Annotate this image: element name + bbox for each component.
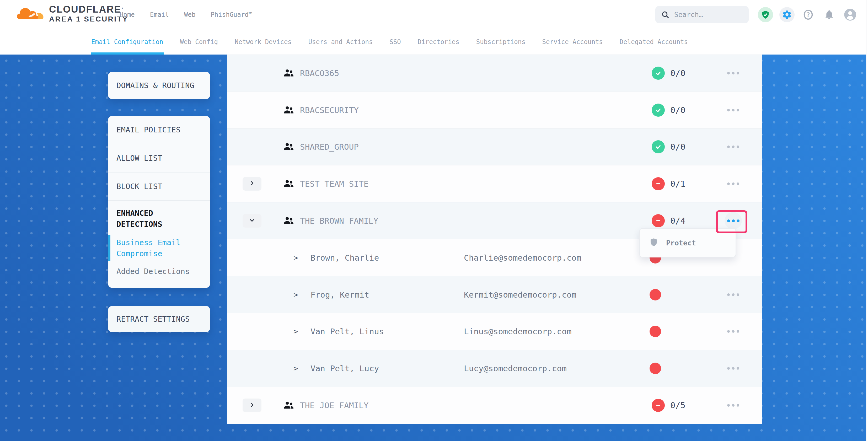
- tab-web-config[interactable]: Web Config: [180, 29, 218, 55]
- brand-subtitle: AREA 1 SECURITY: [49, 15, 128, 24]
- table-row-van-pelt-lucy: >Van Pelt, LucyLucy@somedemocorp.com: [227, 350, 762, 387]
- tab-email-configuration[interactable]: Email Configuration: [91, 29, 163, 55]
- sidebar-item-enhanced-detections[interactable]: ENHANCED DETECTIONS: [117, 208, 202, 230]
- status-red-dot: [650, 289, 661, 301]
- member-email: Charlie@somedemocorp.com: [464, 253, 581, 262]
- table-row-rbacsecurity: RBACSECURITY0/0: [227, 92, 762, 128]
- protected-count: 0/0: [670, 68, 685, 78]
- menu-item-protect[interactable]: Protect: [666, 239, 696, 247]
- member-name: Brown, Charlie: [310, 253, 379, 262]
- chevron-down-icon: [249, 217, 255, 224]
- sidebar-label: RETRACT SETTINGS: [117, 315, 190, 323]
- sidebar-item-business-email-compromise[interactable]: Business Email Compromise: [117, 237, 202, 259]
- member-name: Frog, Kermit: [310, 290, 369, 300]
- sidebar-item-added-detections[interactable]: Added Detections: [117, 266, 202, 277]
- row-menu-button[interactable]: [727, 183, 739, 185]
- group-name: RBACSECURITY: [300, 105, 359, 115]
- sidebar-item-allow-list[interactable]: ALLOW LIST: [108, 144, 210, 172]
- status-check-badge: [652, 103, 665, 117]
- groups-table: RBACO3650/0RBACSECURITY0/0SHARED_GROUP0/…: [227, 55, 762, 424]
- scrollbar-track[interactable]: [866, 0, 868, 441]
- protected-count: 0/0: [670, 105, 685, 115]
- protected-count: 0/4: [670, 216, 685, 226]
- tab-sso[interactable]: SSO: [390, 29, 401, 55]
- svg-text:?: ?: [806, 11, 810, 18]
- status-minus-badge: [652, 177, 665, 190]
- group-name: THE JOE FAMILY: [300, 401, 368, 410]
- sidebar-item-email-policies[interactable]: EMAIL POLICIES: [108, 116, 210, 144]
- row-menu-button[interactable]: [727, 293, 739, 296]
- tab-subscriptions[interactable]: Subscriptions: [476, 29, 526, 55]
- row-menu-button[interactable]: [727, 330, 739, 333]
- chevron-right-icon: [249, 402, 255, 409]
- expand-toggle-button[interactable]: [243, 399, 261, 412]
- group-name: SHARED_GROUP: [300, 142, 359, 152]
- row-menu-button[interactable]: [727, 72, 739, 74]
- help-question-icon[interactable]: ?: [801, 7, 815, 22]
- protected-count: 0/5: [670, 400, 685, 410]
- table-row-shared-group: SHARED_GROUP0/0: [227, 128, 762, 165]
- member-email: Kermit@somedemocorp.com: [464, 290, 577, 300]
- member-caret-icon: >: [293, 290, 298, 299]
- expand-toggle-button[interactable]: [243, 177, 261, 191]
- row-menu-button[interactable]: [727, 109, 739, 112]
- member-name: Van Pelt, Lucy: [310, 364, 379, 373]
- shield-icon: [649, 238, 658, 248]
- top-nav-home[interactable]: Home: [120, 11, 135, 18]
- group-name: RBACO365: [300, 68, 339, 78]
- sidebar-label: DOMAINS & ROUTING: [117, 81, 194, 90]
- click-target-annotation: [716, 210, 747, 233]
- top-nav: HomeEmailWebPhishGuard™: [120, 0, 252, 29]
- member-name: Van Pelt, Linus: [310, 327, 384, 336]
- search-input[interactable]: [674, 10, 742, 19]
- cloudflare-cloud-icon: [17, 5, 45, 23]
- status-red-dot: [650, 326, 661, 337]
- member-caret-icon: >: [293, 327, 298, 336]
- status-check-badge: [652, 140, 665, 153]
- row-menu-button[interactable]: [727, 404, 739, 407]
- top-nav-phishguard[interactable]: PhishGuard™: [211, 11, 252, 18]
- group-people-icon: [283, 399, 295, 411]
- tab-users-and-actions[interactable]: Users and Actions: [308, 29, 373, 55]
- sidebar-item-block-list[interactable]: BLOCK LIST: [108, 172, 210, 201]
- table-row-test-team-site: TEST TEAM SITE0/1: [227, 165, 762, 202]
- status-minus-badge: [652, 214, 665, 227]
- status-red-dot: [650, 363, 661, 374]
- sidebar-item-retract-settings[interactable]: RETRACT SETTINGS: [108, 306, 210, 332]
- tab-network-devices[interactable]: Network Devices: [235, 29, 291, 55]
- expand-toggle-button[interactable]: [243, 214, 261, 228]
- protected-count: 0/1: [670, 179, 685, 189]
- row-menu-button[interactable]: [727, 367, 739, 370]
- settings-gear-icon[interactable]: [779, 7, 795, 22]
- account-avatar-icon[interactable]: [843, 7, 858, 22]
- top-nav-email[interactable]: Email: [150, 11, 169, 18]
- section-tabs: Email ConfigurationWeb ConfigNetwork Dev…: [0, 29, 868, 55]
- group-people-icon: [283, 141, 295, 153]
- group-name: THE BROWN FAMILY: [300, 216, 378, 225]
- row-menu-button[interactable]: [727, 146, 739, 148]
- tab-delegated-accounts[interactable]: Delegated Accounts: [620, 29, 688, 55]
- brand-name: CLOUDFLARE': [49, 4, 128, 15]
- table-row-van-pelt-linus: >Van Pelt, LinusLinus@somedemocorp.com: [227, 313, 762, 350]
- status-minus-badge: [652, 399, 665, 412]
- member-caret-icon: >: [293, 253, 298, 262]
- protection-shield-check-icon[interactable]: [758, 7, 773, 22]
- top-nav-web[interactable]: Web: [184, 11, 195, 18]
- notifications-bell-icon[interactable]: [822, 7, 837, 22]
- member-caret-icon: >: [293, 364, 298, 373]
- search-box[interactable]: [655, 6, 749, 23]
- sidebar-item-domains-routing[interactable]: DOMAINS & ROUTING: [108, 72, 210, 99]
- tab-directories[interactable]: Directories: [418, 29, 459, 55]
- app-header: CLOUDFLARE' AREA 1 SECURITY HomeEmailWeb…: [0, 0, 868, 29]
- group-people-icon: [283, 104, 295, 116]
- table-row-the-joe-family: THE JOE FAMILY0/5: [227, 387, 762, 424]
- tab-service-accounts[interactable]: Service Accounts: [542, 29, 603, 55]
- group-name: TEST TEAM SITE: [300, 179, 368, 189]
- search-icon: [661, 10, 670, 19]
- status-check-badge: [652, 67, 665, 80]
- main-background: DOMAINS & ROUTING EMAIL POLICIESALLOW LI…: [0, 55, 868, 441]
- table-row-frog-kermit: >Frog, KermitKermit@somedemocorp.com: [227, 276, 762, 313]
- cloudflare-logo: CLOUDFLARE' AREA 1 SECURITY: [17, 4, 128, 24]
- member-email: Lucy@somedemocorp.com: [464, 364, 567, 373]
- header-icons: ?: [758, 0, 858, 29]
